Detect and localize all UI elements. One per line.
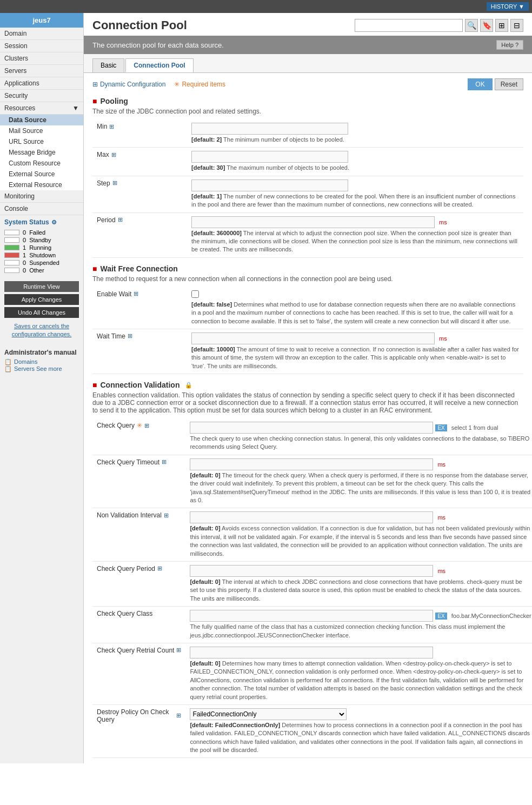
enable-wait-checkbox[interactable] xyxy=(191,290,199,298)
check-query-ex-badge: EX xyxy=(435,424,447,431)
tab-basic[interactable]: Basic xyxy=(92,58,124,72)
check-query-timeout-ms: ms xyxy=(437,461,445,468)
reset-button[interactable]: Reset xyxy=(495,78,523,90)
sidebar-item-applications[interactable]: Applications xyxy=(0,77,83,90)
check-query-class-row: Check Query Class EX foo.bar.MyConnectio… xyxy=(92,607,532,643)
content-header: Connection Pool 🔍 🔖 ⊞ ⊟ xyxy=(84,13,532,36)
step-label: Step xyxy=(97,179,110,187)
wait-time-config-icon[interactable]: ⊞ xyxy=(128,332,132,340)
sidebar-item-external-source[interactable]: External Source xyxy=(0,169,83,179)
check-query-input[interactable] xyxy=(190,422,433,434)
period-config-icon[interactable]: ⊞ xyxy=(118,216,123,223)
ok-button[interactable]: OK xyxy=(468,78,492,90)
sidebar-item-data-source[interactable]: Data Source xyxy=(0,115,83,125)
pooling-icon: ■ xyxy=(92,97,97,105)
max-input[interactable] xyxy=(191,151,348,163)
saves-link[interactable]: Saves or cancels the configuration chang… xyxy=(4,320,79,341)
period-row: Period ⊞ ms [default: 3600000] The inter… xyxy=(92,212,523,257)
enable-wait-config-icon[interactable]: ⊞ xyxy=(134,290,138,297)
suspended-indicator xyxy=(4,260,19,265)
page-title: Connection Pool xyxy=(92,18,187,32)
check-query-period-input[interactable] xyxy=(190,565,433,577)
check-query-label: Check Query xyxy=(97,422,135,429)
destroy-policy-row: Destroy Policy On Check Query ⊞ FailedCo… xyxy=(92,704,532,758)
search-input[interactable] xyxy=(355,19,463,32)
grid-button[interactable]: ⊞ xyxy=(495,19,508,32)
sidebar-item-message-bridge[interactable]: Message Bridge xyxy=(0,147,83,158)
wait-free-title: Wait Free Connection xyxy=(100,264,177,273)
destroy-policy-select[interactable]: FailedConnectionOnly AllConnections xyxy=(190,708,347,720)
check-query-timeout-label: Check Query Timeout xyxy=(97,458,159,466)
other-indicator xyxy=(4,268,19,273)
standby-indicator xyxy=(4,237,19,243)
period-input[interactable] xyxy=(191,216,435,228)
min-config-icon[interactable]: ⊞ xyxy=(109,123,114,130)
step-input[interactable] xyxy=(191,179,348,191)
check-query-row: Check Query ✳ ⊞ EX select 1 from dual Th… xyxy=(92,418,532,455)
max-config-icon[interactable]: ⊞ xyxy=(111,151,116,158)
sidebar-item-domain[interactable]: Domain xyxy=(0,28,83,40)
check-query-retrial-input[interactable] xyxy=(190,647,433,658)
help-button[interactable]: Help ? xyxy=(496,40,523,50)
sidebar-item-mail-source[interactable]: Mail Source xyxy=(0,125,83,136)
wait-time-row: Wait Time ⊞ ms [default: 10000] The amou… xyxy=(92,329,523,374)
settings-icon[interactable]: ⚙ xyxy=(51,219,57,226)
check-query-timeout-input[interactable] xyxy=(190,458,433,470)
destroy-policy-config-icon[interactable]: ⊞ xyxy=(176,712,181,719)
undo-changes-button[interactable]: Undo All Changes xyxy=(4,307,79,318)
check-query-config-icon[interactable]: ⊞ xyxy=(144,422,149,429)
dynamic-config-toggle[interactable]: ⊞ Dynamic Configuration xyxy=(92,81,165,88)
non-validation-config-icon[interactable]: ⊞ xyxy=(164,512,169,519)
sidebar-item-security[interactable]: Security xyxy=(0,90,83,102)
status-row-failed: 0 Failed xyxy=(4,229,79,236)
wait-time-input[interactable] xyxy=(191,332,435,344)
runtime-view-button[interactable]: Runtime View xyxy=(4,281,79,292)
lock-icon: 🔒 xyxy=(185,382,192,389)
bookmark-button[interactable]: 🔖 xyxy=(480,19,493,32)
min-input[interactable] xyxy=(191,123,348,135)
dynamic-config-icon: ⊞ xyxy=(92,81,98,88)
check-query-period-config-icon[interactable]: ⊞ xyxy=(157,565,162,572)
status-row-suspended: 0 Suspended xyxy=(4,260,79,266)
admin-link-domains[interactable]: 📋 Domains xyxy=(4,358,79,365)
tab-connection-pool[interactable]: Connection Pool xyxy=(125,58,193,72)
admin-link-servers[interactable]: 📋 Servers See more xyxy=(4,365,79,372)
conn-validation-icon: ■ xyxy=(92,381,97,389)
period-label: Period xyxy=(97,216,116,224)
check-query-class-input[interactable] xyxy=(190,610,433,622)
sidebar: jeus7 Domain Session Clusters Servers Ap… xyxy=(0,13,84,763)
shutdown-indicator xyxy=(4,252,19,258)
step-config-icon[interactable]: ⊞ xyxy=(112,179,117,187)
required-icon: ✳ xyxy=(174,81,179,88)
sidebar-item-url-source[interactable]: URL Source xyxy=(0,136,83,147)
sidebar-item-monitoring[interactable]: Monitoring xyxy=(0,190,83,203)
search-button[interactable]: 🔍 xyxy=(465,19,478,32)
status-row-standby: 0 Standby xyxy=(4,237,79,243)
sidebar-item-resources[interactable]: Resources ▼ xyxy=(0,102,83,115)
destroy-policy-label: Destroy Policy On Check Query xyxy=(97,708,174,723)
enable-wait-row: Enable Wait ⊞ [default: false] Determine… xyxy=(92,287,523,329)
sidebar-item-console[interactable]: Console xyxy=(0,203,83,215)
sidebar-item-clusters[interactable]: Clusters xyxy=(0,52,83,65)
check-query-class-override: foo.bar.MyConnectionChecker xyxy=(451,613,531,619)
history-button[interactable]: HISTORY ▼ xyxy=(487,2,529,11)
apply-changes-button[interactable]: Apply Changes xyxy=(4,294,79,305)
required-items-label: ✳ Required items xyxy=(174,81,225,88)
period-ms-label: ms xyxy=(439,219,447,225)
sidebar-item-external-resource[interactable]: External Resource xyxy=(0,179,83,190)
search-area: 🔍 🔖 ⊞ ⊟ xyxy=(355,19,523,32)
expand-button[interactable]: ⊟ xyxy=(510,19,523,32)
sidebar-item-servers[interactable]: Servers xyxy=(0,65,83,77)
check-query-timeout-row: Check Query Timeout ⊞ ms [default: 0] Th… xyxy=(92,455,532,508)
conn-validation-section-header: ■ Connection Validation 🔒 xyxy=(92,381,523,389)
min-row: Min ⊞ [default: 2] The minimum number of… xyxy=(92,119,523,148)
max-label: Max xyxy=(97,151,109,158)
pooling-section-header: ■ Pooling xyxy=(92,97,523,105)
check-query-retrial-row: Check Query Retrial Count ⊞ [default: 0]… xyxy=(92,643,532,704)
sidebar-item-custom-resource[interactable]: Custom Resource xyxy=(0,158,83,169)
non-validation-interval-input[interactable] xyxy=(190,511,433,523)
check-query-timeout-config-icon[interactable]: ⊞ xyxy=(162,458,167,465)
check-query-retrial-config-icon[interactable]: ⊞ xyxy=(176,647,181,654)
sidebar-item-session[interactable]: Session xyxy=(0,40,83,52)
non-validation-interval-row: Non Validation Interval ⊞ ms [default: 0… xyxy=(92,508,532,562)
